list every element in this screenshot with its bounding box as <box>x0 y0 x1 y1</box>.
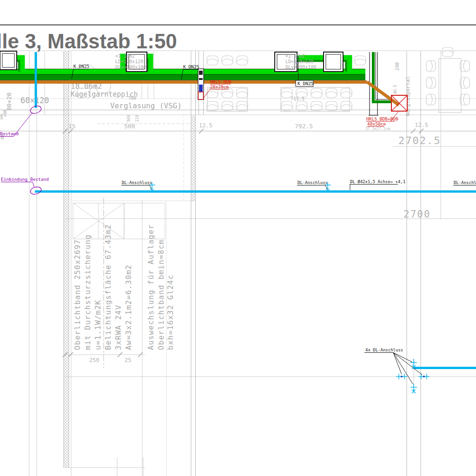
dim-405: 40.5 <box>393 85 397 94</box>
floor-plan-canvas: 60×120 18.06m2 Kugelgarnteppich 500 Verg… <box>0 0 476 476</box>
dim-250: 250 <box>89 357 99 364</box>
dim-7925: 792.5 <box>295 123 313 130</box>
table <box>207 87 247 112</box>
skylight-note-2: mit Durchsturzsicherung <box>83 234 92 350</box>
dim-240: 240 <box>395 62 400 71</box>
dim-500-rot: 500 <box>127 115 131 122</box>
hatched-wall-2 <box>191 115 196 201</box>
dim-210-rot: 210 <box>135 115 139 122</box>
einbindung-bestand-label: Einbindung Bestand <box>1 177 49 182</box>
hkls-large-size: 40x50cm <box>367 121 386 126</box>
skylight-note-4: Belichtungsfläche 67.43m2 <box>104 224 112 350</box>
skylight-note-1: Oberlichtband 250x2697 <box>73 239 82 350</box>
return-air-duct <box>0 74 365 80</box>
k-dn25-label-2: K DN25 <box>183 64 199 69</box>
hkls-small-name: HKLS BDB <box>210 79 231 84</box>
dim-25: 25 <box>125 357 131 364</box>
outlet1-ld: LD=120x120 <box>115 59 143 64</box>
auswechslung-note-2: Oberlichtband bmin=8cm <box>157 239 165 350</box>
dim-15: 15 <box>68 123 76 130</box>
dim-total-mid: 2700 <box>403 209 431 220</box>
dim-125-left: 12.5 <box>199 122 212 129</box>
dim-500-small: 500 <box>129 96 136 100</box>
outlet2-dlv: DLv=100x100 <box>285 65 316 70</box>
rotated-notes: Oberlichtband 250x2697 mit Durchsturzsic… <box>73 224 175 350</box>
outlet1-area: =1.19m2 <box>115 53 135 59</box>
outlet2-area: =1.19m2 <box>285 53 305 59</box>
hkls-large-size2: 37.5x27.5cm <box>365 127 390 131</box>
dim-125-right: 12.5 <box>415 122 428 128</box>
dim-total-top: 2702.5 <box>398 135 441 146</box>
glazing-label: Verglasung (VSG) <box>110 101 182 110</box>
dim-7155: 715.5 <box>291 96 304 101</box>
dl-anschluss-4x-label: 4x DL-Anschluss <box>365 348 403 352</box>
hkls-small-size: 28x20cm <box>210 84 229 89</box>
k-dn25-label-1: K DN25 <box>73 64 89 69</box>
table <box>439 59 461 112</box>
auswechslung-note-3: bxh=16x32 Gl24c <box>166 275 175 350</box>
dim-380: 380 <box>0 114 4 120</box>
skylight-note-5: 3xRWA 24V <box>114 305 123 350</box>
hkls-riser-symbol <box>198 69 204 99</box>
dl-anschluss-label-3: DL-Anschluss <box>454 180 476 185</box>
dl-anschluss-label-2: DL-Anschluss <box>298 180 328 185</box>
bestand-annotations: Bestand Einbindung Bestand <box>0 105 49 196</box>
hatched-wall <box>64 51 69 468</box>
outlet1-dlv: DLv=100x100 <box>115 65 146 70</box>
dim-500: 500 <box>124 123 135 130</box>
k-dn25-label-3: K DN25 <box>298 81 313 86</box>
dl-anschluss-label-1: DL-Anschluss <box>122 180 152 185</box>
duct-8020-label: 80×20 <box>6 93 13 111</box>
floor-type-label: Kugelgarnteppich <box>71 90 138 99</box>
outlet2-ld: LD=120x120 <box>285 59 313 64</box>
cad-drawing: 60×120 18.06m2 Kugelgarnteppich 500 Verg… <box>0 0 476 476</box>
chair-icon <box>207 56 218 65</box>
skylight-note-6: Aw=3x2.1m2=6.30m2 <box>124 264 133 350</box>
skylight-note-3: u=1.1W/m2K <box>93 300 102 350</box>
hkls-large-name: HKLS BDB+BDB <box>366 116 398 121</box>
page-title: lle 3, Maßstab 1:50 <box>0 30 177 53</box>
auswechslung-note-1: Auswechslung für Auflager <box>146 224 155 350</box>
dl-spec-label: DL Ø42x1,5 Achse= +4,1 <box>350 179 405 184</box>
